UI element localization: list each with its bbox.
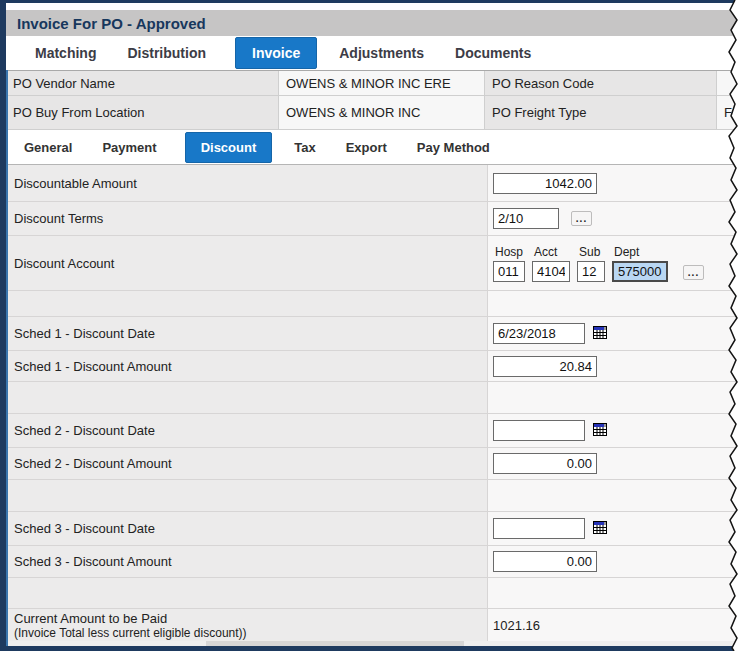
acct-field-label: Acct — [532, 245, 570, 259]
tab-pay-method[interactable]: Pay Method — [415, 133, 492, 162]
sched3-date-row: Sched 3 - Discount Date — [6, 512, 744, 546]
ellipsis-icon: ... — [688, 267, 699, 278]
discount-terms-input[interactable] — [493, 208, 559, 229]
current-amount-row: Current Amount to be Paid (Invoice Total… — [6, 609, 744, 642]
spacer-row — [6, 578, 744, 609]
invoice-sub-tab-bar: General Payment Discount Tax Export Pay … — [6, 131, 744, 164]
sched1-date-input[interactable] — [493, 323, 585, 344]
spacer-row — [6, 382, 744, 414]
sched2-date-row: Sched 2 - Discount Date — [6, 414, 744, 448]
sched2-amount-label: Sched 2 - Discount Amount — [6, 448, 487, 480]
sched3-amount-row: Sched 3 - Discount Amount — [6, 546, 744, 578]
discountable-amount-row: Discountable Amount — [6, 165, 744, 202]
hosp-field[interactable] — [493, 261, 525, 282]
current-amount-value: 1021.16 — [493, 618, 540, 633]
sched3-date-input[interactable] — [493, 518, 585, 539]
hosp-field-label: Hosp — [493, 245, 525, 259]
calendar-icon — [593, 521, 607, 535]
po-freight-type-label: PO Freight Type — [485, 96, 716, 130]
sched1-amount-input[interactable] — [493, 356, 597, 377]
tab-payment[interactable]: Payment — [100, 133, 158, 162]
sched2-date-input[interactable] — [493, 420, 585, 441]
current-amount-sublabel: (Invoice Total less current eligible dis… — [14, 626, 247, 640]
sched3-amount-label: Sched 3 - Discount Amount — [6, 546, 487, 578]
tab-general[interactable]: General — [22, 133, 74, 162]
tab-documents[interactable]: Documents — [453, 38, 533, 68]
discount-terms-label: Discount Terms — [6, 202, 487, 236]
inner-left-accent — [6, 70, 8, 646]
sched1-calendar-button[interactable] — [592, 326, 607, 341]
acct-field[interactable] — [532, 261, 570, 282]
discountable-amount-input[interactable] — [493, 173, 597, 194]
calendar-icon — [593, 326, 607, 340]
main-tab-bar: Matching Distribution Invoice Adjustment… — [6, 36, 744, 70]
discount-account-label: Discount Account — [6, 236, 487, 291]
spacer-row — [6, 291, 744, 317]
torn-edge-decoration — [714, 0, 744, 651]
tab-export[interactable]: Export — [344, 133, 389, 162]
sched2-calendar-button[interactable] — [592, 423, 607, 438]
dept-field-label: Dept — [612, 245, 668, 259]
window-border-bottom — [0, 646, 744, 651]
po-vendor-name-label: PO Vendor Name — [6, 71, 278, 96]
sched2-amount-input[interactable] — [493, 453, 597, 474]
calendar-icon — [593, 423, 607, 437]
po-buy-from-location-value: OWENS & MINOR INC — [278, 96, 485, 130]
po-reason-code-label: PO Reason Code — [485, 71, 716, 96]
sched2-amount-row: Sched 2 - Discount Amount — [6, 448, 744, 480]
sched2-date-label: Sched 2 - Discount Date — [6, 414, 487, 448]
sched1-amount-label: Sched 1 - Discount Amount — [6, 351, 487, 382]
ellipsis-icon: ... — [576, 213, 587, 224]
tab-discount[interactable]: Discount — [185, 132, 273, 163]
sched3-calendar-button[interactable] — [592, 521, 607, 536]
sub-field-label: Sub — [577, 245, 605, 259]
sched1-date-row: Sched 1 - Discount Date — [6, 317, 744, 351]
sched3-date-label: Sched 3 - Discount Date — [6, 512, 487, 546]
discount-account-lookup-button[interactable]: ... — [683, 265, 704, 280]
tab-invoice[interactable]: Invoice — [235, 37, 317, 69]
discount-account-row: Discount Account Hosp Acct Sub — [6, 236, 744, 291]
po-info-table: PO Vendor Name OWENS & MINOR INC ERE PO … — [6, 70, 744, 130]
current-amount-label: Current Amount to be Paid — [14, 611, 167, 626]
po-vendor-name-value: OWENS & MINOR INC ERE — [278, 71, 485, 96]
app-window: Invoice For PO - Approved Matching Distr… — [0, 0, 744, 651]
tab-adjustments[interactable]: Adjustments — [337, 38, 426, 68]
discount-terms-lookup-button[interactable]: ... — [571, 211, 592, 226]
window-border-top — [0, 0, 744, 3]
po-buy-from-location-label: PO Buy From Location — [6, 96, 278, 130]
dept-field[interactable] — [612, 261, 668, 282]
discountable-amount-label: Discountable Amount — [6, 165, 487, 202]
sched3-amount-input[interactable] — [493, 551, 597, 572]
sched1-amount-row: Sched 1 - Discount Amount — [6, 351, 744, 382]
tab-distribution[interactable]: Distribution — [125, 38, 208, 68]
discount-terms-row: Discount Terms ... — [6, 202, 744, 236]
sub-field[interactable] — [577, 261, 605, 282]
tab-tax[interactable]: Tax — [292, 133, 317, 162]
discount-form: Discountable Amount Discount Terms ... D… — [6, 164, 744, 642]
sched1-date-label: Sched 1 - Discount Date — [6, 317, 487, 351]
spacer-row — [6, 480, 744, 512]
tab-matching[interactable]: Matching — [33, 38, 98, 68]
page-title: Invoice For PO - Approved — [6, 10, 744, 36]
